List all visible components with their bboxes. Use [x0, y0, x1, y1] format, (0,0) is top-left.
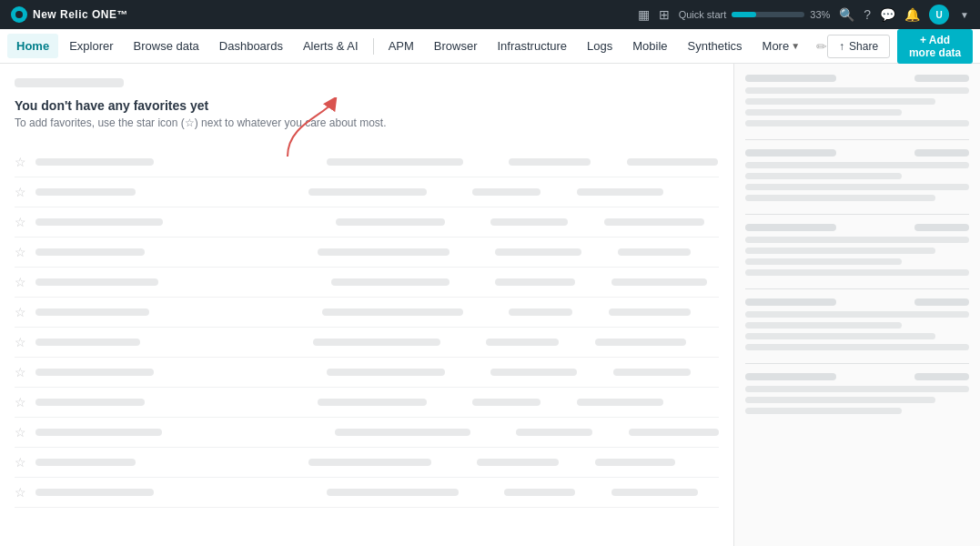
star-icon[interactable]: ☆ [15, 215, 26, 229]
table-row: ☆ [15, 388, 719, 418]
skeleton-cell [577, 188, 663, 196]
rp-divider-3 [745, 288, 969, 289]
star-icon[interactable]: ☆ [15, 185, 26, 199]
nav-infrastructure[interactable]: Infrastructure [488, 34, 576, 58]
star-icon[interactable]: ☆ [15, 155, 26, 169]
rp-divider-4 [745, 363, 969, 364]
rp-link-skeleton-5 [914, 373, 969, 380]
progress-bar-bg [732, 12, 804, 17]
skeleton-cell [595, 459, 675, 466]
star-icon[interactable]: ☆ [15, 275, 26, 289]
nav-divider [373, 38, 374, 55]
skeleton-cell [604, 218, 704, 226]
topbar: New Relic ONE™ ▦ ⊞ Quick start 33% 🔍 ? 💬… [0, 0, 980, 29]
user-menu-chevron[interactable]: ▼ [960, 10, 969, 20]
nav-alerts-ai[interactable]: Alerts & AI [294, 34, 368, 58]
favorites-message: You don't have any favorites yet To add … [15, 98, 719, 129]
rp-title-skeleton-2 [745, 149, 836, 157]
feedback-icon[interactable]: 💬 [880, 7, 895, 22]
grid-icon[interactable]: ⊞ [659, 7, 670, 22]
table-row: ☆ [15, 448, 719, 478]
add-more-data-button[interactable]: + Add more data [897, 29, 973, 64]
skeleton-cell [477, 459, 559, 466]
rp-title-skeleton-5 [745, 373, 836, 380]
nav-logs[interactable]: Logs [578, 34, 621, 58]
skeleton-cell [509, 308, 572, 316]
progress-percent: 33% [810, 9, 830, 20]
search-icon[interactable]: 🔍 [839, 7, 854, 22]
nav-dashboards[interactable]: Dashboards [210, 34, 292, 58]
topbar-right: ▦ ⊞ Quick start 33% 🔍 ? 💬 🔔 U ▼ [638, 5, 969, 25]
nav-actions: ↑ Share + Add more data [827, 29, 973, 64]
rp-link-skeleton-2 [914, 149, 969, 157]
star-icon[interactable]: ☆ [15, 455, 26, 470]
table-row: ☆ [15, 238, 719, 268]
skeleton-cell [308, 459, 431, 466]
topbar-left: New Relic ONE™ [11, 6, 128, 23]
main-content: You don't have any favorites yet To add … [0, 64, 980, 546]
nav-browse-data[interactable]: Browse data [125, 34, 208, 58]
skeleton-cell [327, 369, 445, 376]
star-icon[interactable]: ☆ [15, 395, 26, 410]
rp-divider-1 [745, 139, 969, 140]
skeleton-cell [35, 429, 162, 436]
skeleton-cell [318, 399, 427, 406]
star-icon[interactable]: ☆ [15, 335, 26, 349]
table-row: ☆ [15, 478, 719, 508]
rp-section-header-4 [745, 298, 969, 306]
nav-apm[interactable]: APM [379, 34, 423, 58]
skeleton-cell [35, 278, 158, 286]
notifications-icon[interactable]: 🔔 [904, 7, 920, 22]
more-chevron: ▼ [791, 41, 800, 51]
rp-section-header-1 [745, 75, 969, 82]
table-row: ☆ [15, 358, 719, 388]
edit-nav-icon[interactable]: ✏ [816, 39, 827, 54]
favorites-subtitle: To add favorites, use the star icon (☆) … [15, 116, 719, 129]
help-icon[interactable]: ? [864, 7, 871, 22]
skeleton-cell [627, 158, 718, 166]
skeleton-cell [313, 339, 440, 346]
brand-name: New Relic ONE™ [33, 8, 128, 21]
right-panel [734, 64, 980, 546]
nav-browser[interactable]: Browser [425, 34, 487, 58]
skeleton-cell [516, 429, 592, 436]
skeleton-cell [577, 399, 663, 406]
skeleton-cell [504, 489, 575, 496]
nav-more[interactable]: More ▼ [753, 34, 810, 58]
skeleton-cell [618, 248, 691, 256]
rp-link-skeleton-3 [914, 224, 969, 231]
progress-bar-fill [732, 12, 755, 17]
share-button[interactable]: ↑ Share [827, 35, 890, 58]
skeleton-cell [611, 489, 698, 496]
navbar: Home Explorer Browse data Dashboards Ale… [0, 29, 980, 64]
rp-link-skeleton-4 [914, 298, 969, 306]
rp-section-4 [745, 298, 969, 350]
user-avatar[interactable]: U [929, 5, 949, 25]
table-row: ☆ [15, 147, 719, 177]
skeleton-cell [609, 308, 691, 316]
star-icon[interactable]: ☆ [15, 305, 26, 319]
skeleton-cell [318, 248, 450, 256]
skeleton-cell [35, 339, 140, 346]
share-icon: ↑ [839, 40, 844, 53]
skeleton-cell [495, 278, 575, 286]
nav-explorer[interactable]: Explorer [60, 34, 122, 58]
rp-title-skeleton [745, 75, 836, 82]
nav-mobile[interactable]: Mobile [623, 34, 676, 58]
star-icon[interactable]: ☆ [15, 485, 26, 500]
skeleton-cell [629, 429, 719, 436]
skeleton-cell [35, 459, 136, 466]
skeleton-cell [472, 188, 541, 196]
nav-home[interactable]: Home [7, 34, 58, 58]
chart-icon[interactable]: ▦ [638, 7, 650, 22]
skeleton-cell [35, 369, 154, 376]
star-icon[interactable]: ☆ [15, 365, 26, 379]
skeleton-cell [472, 399, 541, 406]
star-icon[interactable]: ☆ [15, 245, 26, 259]
skeleton-cell [509, 158, 591, 166]
skeleton-cell [613, 369, 691, 376]
skeleton-cell [35, 308, 149, 316]
rp-title-skeleton-4 [745, 298, 836, 306]
nav-synthetics[interactable]: Synthetics [679, 34, 752, 58]
star-icon[interactable]: ☆ [15, 425, 26, 440]
